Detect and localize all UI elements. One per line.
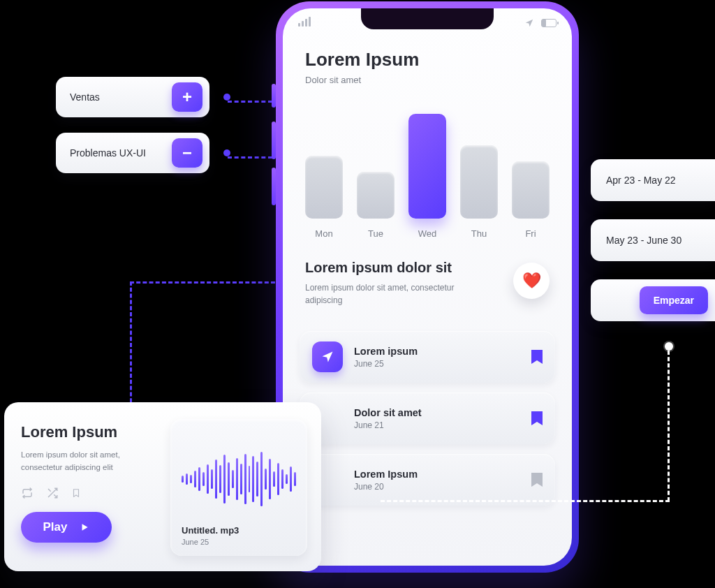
play-label: Play [43,520,68,534]
chart-label: Mon [315,228,332,239]
phone-screen: Lorem Ipsum Dolor sit amet MonTueWedThuF… [283,8,572,566]
date-range-label: Apr 23 - May 22 [606,175,676,186]
connector-dot [665,342,673,351]
phone-frame: Lorem Ipsum Dolor sit amet MonTueWedThuF… [276,1,579,573]
list-item[interactable]: Lorem ipsumJune 25 [300,331,555,383]
date-range-card[interactable]: May 23 - June 30 [591,219,715,261]
navigate-icon [524,18,534,28]
bookmark-icon[interactable] [531,411,543,425]
start-button[interactable]: Empezar [640,286,708,314]
chart-label: Tue [368,228,383,239]
favorite-button[interactable]: ❤️ [513,263,550,299]
item-title: Dolor sit amet [354,407,520,418]
plus-icon[interactable]: + [172,82,202,112]
items-list: Lorem ipsumJune 25Dolor sit ametJune 21L… [300,331,555,506]
chart-bar[interactable]: Mon [305,156,343,239]
page-header: Lorem Ipsum Dolor sit amet [305,49,419,85]
chart-bar[interactable]: Wed [408,114,446,239]
overview-section: Lorem ipsum dolor sit Lorem ipsum dolor … [305,260,550,307]
connector-line [130,281,275,284]
chart-label: Wed [418,228,437,239]
chart-bar[interactable]: Thu [460,145,498,239]
navigate-icon [312,341,343,372]
item-title: Lorem ipsum [354,346,520,357]
date-range-card[interactable]: Apr 23 - May 22 [591,159,715,201]
heart-icon: ❤️ [522,272,541,290]
connector-line [130,281,132,409]
chart-bar[interactable]: Tue [357,172,395,240]
connector-line [228,156,272,159]
chart-bar[interactable]: Fri [512,161,550,240]
repeat-icon[interactable] [21,487,34,499]
page-title: Lorem Ipsum [305,49,419,71]
signal-icon [298,17,312,29]
play-button[interactable]: Play [21,512,112,543]
waveform [182,433,296,525]
page-subtitle: Dolor sit amet [305,75,419,85]
connector-line [228,101,272,103]
play-icon [80,522,89,533]
connector-dot [223,149,230,156]
bookmark-icon[interactable] [531,350,543,364]
weekly-bar-chart: MonTueWedThuFri [302,106,552,239]
list-item[interactable]: Dolor sit ametJune 21 [300,392,555,444]
connector-line [381,500,670,502]
player-card: Lorem Ipsum Lorem ipsum dolor sit amet, … [4,402,321,571]
track-title: Untitled. mp3 [182,525,296,536]
bookmark-icon[interactable] [71,487,81,499]
chart-label: Fri [525,228,536,239]
chart-label: Thu [471,228,487,239]
battery-icon [541,19,556,27]
date-range-label: May 23 - June 30 [606,235,681,246]
overview-title: Lorem ipsum dolor sit [305,260,550,276]
overview-body: Lorem ipsum dolor sit amet, consectetur … [305,281,480,307]
item-title: Lorem Ipsum [354,469,520,480]
shuffle-icon[interactable] [46,487,59,499]
bookmark-icon[interactable] [531,473,543,487]
item-date: June 25 [354,359,520,369]
chip-problemas[interactable]: Problemas UX-UI − [56,133,209,173]
chip-label: Ventas [70,91,100,103]
chip-label: Problemas UX-UI [70,147,146,159]
list-item[interactable]: Lorem IpsumJune 20 [300,454,555,506]
item-date: June 21 [354,420,520,430]
cta-card: Empezar [591,279,715,321]
connector-line [668,351,670,501]
item-date: June 20 [354,482,520,492]
waveform-card: Untitled. mp3 June 25 [170,419,307,556]
track-date: June 25 [182,538,296,546]
player-body: Lorem ipsum dolor sit amet, consectetur … [21,448,147,474]
connector-dot [223,94,230,101]
minus-icon[interactable]: − [172,138,202,168]
status-bar [298,17,556,29]
chip-ventas[interactable]: Ventas + [56,77,209,117]
